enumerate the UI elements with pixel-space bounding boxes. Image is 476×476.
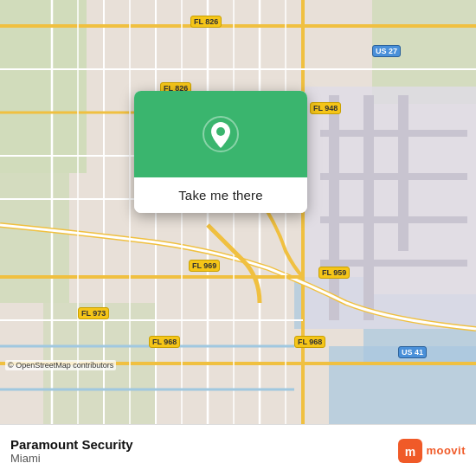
map-attribution: © OpenStreetMap contributors: [5, 360, 116, 370]
popup-card: Take me there: [134, 91, 307, 213]
road-label-fl948: FL 948: [310, 102, 341, 114]
road-label-fl968-right: FL 968: [294, 336, 325, 348]
svg-rect-14: [320, 216, 467, 223]
location-pin-icon: [202, 115, 240, 153]
road-label-fl969: FL 969: [189, 260, 220, 272]
location-title: Paramount Security: [10, 437, 133, 452]
svg-rect-13: [320, 173, 467, 180]
road-label-fl959: FL 959: [318, 267, 350, 279]
bottom-bar: Paramount Security Miami m moovit: [0, 424, 476, 476]
moovit-icon: m: [398, 439, 422, 463]
svg-rect-2: [0, 173, 69, 303]
svg-rect-10: [363, 95, 374, 320]
road-label-fl968-left: FL 968: [149, 336, 180, 348]
map-container: FL 826 FL 826 US 27 FL 948 FL 969 FL 959…: [0, 0, 476, 424]
popup-header: [134, 91, 307, 177]
svg-rect-9: [329, 95, 339, 320]
road-label-us41: US 41: [398, 346, 427, 358]
location-subtitle: Miami: [10, 452, 133, 465]
location-info: Paramount Security Miami: [10, 437, 133, 465]
svg-rect-12: [320, 130, 467, 137]
road-label-fl973: FL 973: [78, 307, 109, 319]
svg-text:m: m: [405, 445, 415, 459]
moovit-text: moovit: [426, 444, 466, 457]
svg-point-38: [216, 127, 225, 136]
road-label-us27: US 27: [372, 45, 401, 57]
svg-rect-15: [320, 260, 467, 267]
take-me-there-button[interactable]: Take me there: [134, 177, 307, 213]
moovit-logo: m moovit: [398, 439, 466, 463]
road-label-fl826-top: FL 826: [190, 16, 222, 28]
